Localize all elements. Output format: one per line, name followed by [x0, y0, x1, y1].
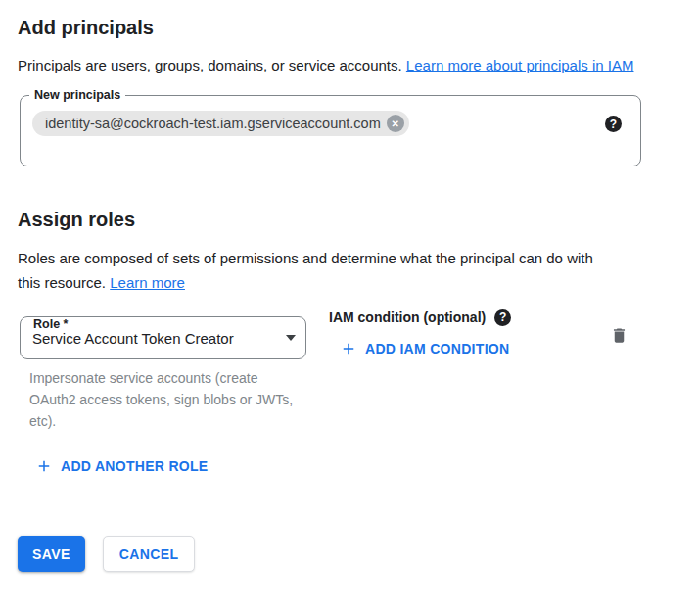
- assign-roles-title: Assign roles: [18, 206, 698, 233]
- new-principals-label: New principals: [29, 87, 125, 103]
- delete-role-column: [610, 325, 628, 350]
- role-helper-text: Impersonate service accounts (create OAu…: [29, 367, 302, 432]
- role-selected-value: Service Account Token Creator: [32, 330, 278, 347]
- iam-condition-label-row: IAM condition (optional) ?: [329, 308, 511, 326]
- dialog-actions: SAVE CANCEL: [18, 536, 698, 572]
- iam-condition-help-icon[interactable]: ?: [494, 309, 511, 326]
- plus-icon: [340, 340, 357, 357]
- role-field: Role * Service Account Token Creator: [20, 316, 306, 359]
- iam-condition-label: IAM condition (optional): [329, 308, 486, 326]
- add-principals-panel: Add principals Principals are users, gro…: [0, 14, 698, 616]
- learn-more-roles-link[interactable]: Learn more: [110, 274, 185, 291]
- cancel-button[interactable]: CANCEL: [103, 536, 196, 572]
- roles-description: Roles are composed of sets of permission…: [18, 246, 617, 295]
- save-button[interactable]: SAVE: [18, 536, 85, 572]
- trash-icon: [610, 325, 628, 346]
- new-principals-help-icon[interactable]: ?: [605, 116, 622, 132]
- role-column: Role * Service Account Token Creator Imp…: [18, 308, 306, 432]
- add-iam-condition-label: ADD IAM CONDITION: [365, 341, 509, 356]
- learn-more-principals-link[interactable]: Learn more about principals in IAM: [406, 57, 634, 73]
- add-iam-condition-button[interactable]: ADD IAM CONDITION: [340, 340, 509, 357]
- principal-chip: identity-sa@cockroach-test.iam.gservicea…: [32, 111, 409, 136]
- principal-chip-text: identity-sa@cockroach-test.iam.gservicea…: [45, 116, 381, 131]
- role-label: Role *: [28, 317, 72, 332]
- add-another-role-button[interactable]: ADD ANOTHER ROLE: [35, 457, 209, 475]
- dropdown-arrow-icon: [286, 335, 296, 341]
- roles-description-text: Roles are composed of sets of permission…: [18, 250, 593, 291]
- principals-description: Principals are users, groups, domains, o…: [18, 53, 659, 77]
- new-principals-field[interactable]: New principals identity-sa@cockroach-tes…: [20, 95, 641, 166]
- add-another-role-label: ADD ANOTHER ROLE: [61, 458, 209, 474]
- principals-description-text: Principals are users, groups, domains, o…: [18, 57, 402, 73]
- role-assignment-row: Role * Service Account Token Creator Imp…: [18, 308, 698, 432]
- plus-icon: [35, 457, 53, 475]
- add-principals-title: Add principals: [18, 14, 698, 41]
- delete-role-button[interactable]: [610, 325, 628, 346]
- iam-condition-column: IAM condition (optional) ? ADD IAM CONDI…: [329, 308, 511, 361]
- chip-remove-icon[interactable]: ✕: [387, 115, 404, 132]
